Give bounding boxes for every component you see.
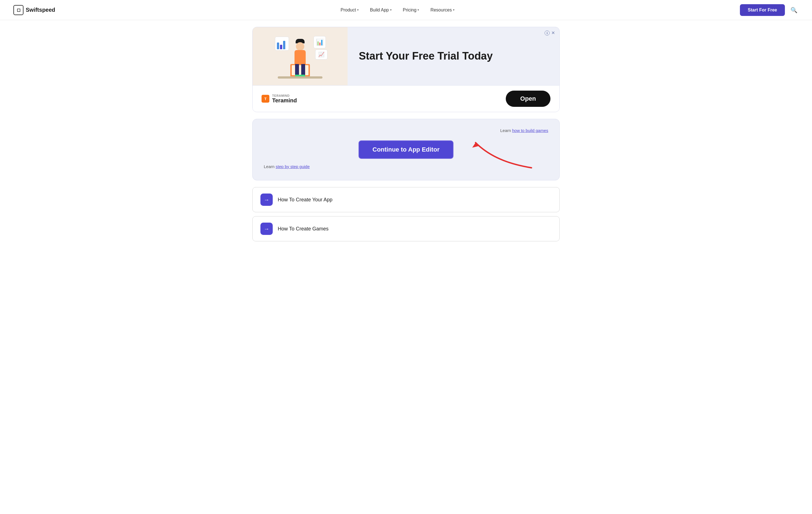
arrow-indicator xyxy=(464,137,537,172)
brand-label: TERAMIND xyxy=(272,94,297,97)
navbar: ◻ Swiftspeed Product ▾ Build App ▾ Prici… xyxy=(0,0,812,20)
ad-brand: T TERAMIND Teramind xyxy=(262,94,297,104)
create-app-label: How To Create Your App xyxy=(278,197,332,203)
start-free-button[interactable]: Start For Free xyxy=(740,4,785,16)
learn-guide-text: Learn step by step guide xyxy=(264,164,310,169)
ad-title: Start Your Free Trial Today xyxy=(359,50,493,63)
nav-resources-label: Resources xyxy=(430,7,452,12)
nav-item-resources[interactable]: Resources ▾ xyxy=(426,5,459,15)
brand-name: Teramind xyxy=(272,97,297,104)
editor-card: Learn how to build games Continue to App… xyxy=(252,119,560,180)
learn-guide-link[interactable]: step by step guide xyxy=(276,164,310,169)
chevron-down-icon: ▾ xyxy=(357,8,359,12)
ad-info-icon[interactable]: ℹ xyxy=(545,30,550,35)
desk xyxy=(278,76,322,79)
ad-illustration: 📊 📈 xyxy=(253,27,348,85)
brand-info: TERAMIND Teramind xyxy=(272,94,297,104)
chart-pie-icon: 📊 xyxy=(314,36,326,48)
list-item-create-games[interactable]: → How To Create Games xyxy=(252,216,560,241)
illustration-wrap: 📊 📈 xyxy=(272,34,328,79)
ad-text-section: Start Your Free Trial Today xyxy=(348,27,559,85)
nav-product-label: Product xyxy=(341,7,356,12)
ad-open-button[interactable]: Open xyxy=(506,90,550,107)
trend-icon: 📈 xyxy=(315,50,327,59)
nav-item-pricing[interactable]: Pricing ▾ xyxy=(399,5,424,15)
ad-card-bottom: T TERAMIND Teramind Open xyxy=(253,85,559,112)
chevron-down-icon: ▾ xyxy=(417,8,419,12)
learn-games-link[interactable]: how to build games xyxy=(512,128,548,133)
logo-text: Swiftspeed xyxy=(26,7,55,13)
chevron-down-icon: ▾ xyxy=(453,8,455,12)
nav-item-build-app[interactable]: Build App ▾ xyxy=(366,5,396,15)
search-icon[interactable]: 🔍 xyxy=(789,6,799,15)
person-head xyxy=(296,42,304,51)
create-app-icon: → xyxy=(260,193,273,206)
continue-to-app-editor-button[interactable]: Continue to App Editor xyxy=(358,140,454,159)
person-legs xyxy=(295,64,305,76)
create-games-icon: → xyxy=(260,223,273,235)
arrow-right-icon: → xyxy=(264,226,269,232)
main-content: ℹ ✕ 📊 📈 xyxy=(247,20,565,256)
list-item-create-app[interactable]: → How To Create Your App xyxy=(252,187,560,212)
brand-logo-icon: T xyxy=(262,95,269,103)
ad-close-icon[interactable]: ✕ xyxy=(551,31,555,35)
person-torso xyxy=(294,50,306,64)
ad-controls: ℹ ✕ xyxy=(545,30,555,35)
nav-build-app-label: Build App xyxy=(370,7,389,12)
logo[interactable]: ◻ Swiftspeed xyxy=(13,5,55,15)
learn-games-text: Learn how to build games xyxy=(500,128,548,133)
chevron-down-icon: ▾ xyxy=(390,8,392,12)
arrow-right-icon: → xyxy=(264,197,269,203)
logo-icon: ◻ xyxy=(13,5,24,15)
chart-bar-icon xyxy=(275,37,289,51)
ad-card: ℹ ✕ 📊 📈 xyxy=(252,27,560,112)
nav-pricing-label: Pricing xyxy=(403,7,416,12)
svg-marker-0 xyxy=(472,143,479,148)
create-games-label: How To Create Games xyxy=(278,226,328,232)
nav-item-product[interactable]: Product ▾ xyxy=(336,5,363,15)
nav-menu: Product ▾ Build App ▾ Pricing ▾ Resource… xyxy=(336,5,459,15)
navbar-right: Start For Free 🔍 xyxy=(740,4,799,16)
ad-card-top: 📊 📈 xyxy=(253,27,559,85)
